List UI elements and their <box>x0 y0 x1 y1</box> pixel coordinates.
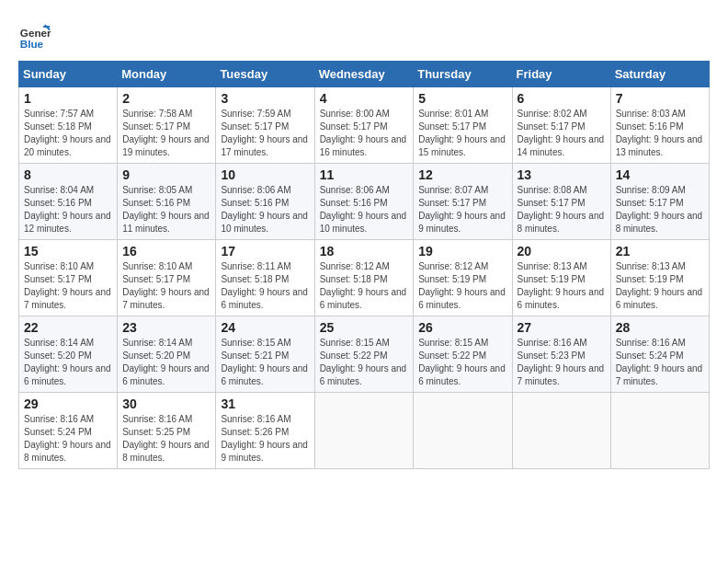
day-info: Sunrise: 8:16 AMSunset: 5:24 PMDaylight:… <box>24 413 112 465</box>
calendar-cell: 24Sunrise: 8:15 AMSunset: 5:21 PMDayligh… <box>216 316 314 393</box>
day-info: Sunrise: 8:01 AMSunset: 5:17 PMDaylight:… <box>418 108 506 159</box>
calendar-cell: 21Sunrise: 8:13 AMSunset: 5:19 PMDayligh… <box>610 240 709 316</box>
day-info: Sunrise: 8:11 AMSunset: 5:18 PMDaylight:… <box>221 260 309 312</box>
weekday-header: Friday <box>512 62 610 87</box>
calendar-cell: 6Sunrise: 8:02 AMSunset: 5:17 PMDaylight… <box>512 87 610 164</box>
day-info: Sunrise: 8:15 AMSunset: 5:22 PMDaylight:… <box>320 337 409 388</box>
page-header: General Blue <box>18 18 710 52</box>
day-info: Sunrise: 8:14 AMSunset: 5:20 PMDaylight:… <box>122 337 210 388</box>
day-info: Sunrise: 8:15 AMSunset: 5:22 PMDaylight:… <box>418 337 506 388</box>
calendar-cell: 30Sunrise: 8:16 AMSunset: 5:25 PMDayligh… <box>118 393 216 469</box>
calendar-cell: 4Sunrise: 8:00 AMSunset: 5:17 PMDaylight… <box>314 87 414 164</box>
calendar-cell: 2Sunrise: 7:58 AMSunset: 5:17 PMDaylight… <box>118 87 216 164</box>
day-info: Sunrise: 8:16 AMSunset: 5:23 PMDaylight:… <box>518 337 606 388</box>
calendar-week-row: 8Sunrise: 8:04 AMSunset: 5:16 PMDaylight… <box>19 164 710 240</box>
day-info: Sunrise: 8:14 AMSunset: 5:20 PMDaylight:… <box>24 337 112 388</box>
calendar-cell <box>610 393 709 469</box>
calendar-body: 1Sunrise: 7:57 AMSunset: 5:18 PMDaylight… <box>19 87 710 469</box>
day-number: 4 <box>320 91 409 106</box>
calendar-cell: 25Sunrise: 8:15 AMSunset: 5:22 PMDayligh… <box>314 316 414 393</box>
day-info: Sunrise: 8:13 AMSunset: 5:19 PMDaylight:… <box>616 260 704 312</box>
calendar-cell: 29Sunrise: 8:16 AMSunset: 5:24 PMDayligh… <box>19 393 118 469</box>
day-number: 22 <box>24 320 112 335</box>
day-info: Sunrise: 7:57 AMSunset: 5:18 PMDaylight:… <box>24 108 112 159</box>
day-number: 3 <box>221 91 309 106</box>
day-number: 2 <box>122 91 210 106</box>
calendar-cell: 13Sunrise: 8:08 AMSunset: 5:17 PMDayligh… <box>512 164 610 240</box>
calendar-cell: 7Sunrise: 8:03 AMSunset: 5:16 PMDaylight… <box>610 87 709 164</box>
day-number: 13 <box>518 167 606 182</box>
day-info: Sunrise: 8:02 AMSunset: 5:17 PMDaylight:… <box>518 108 606 159</box>
calendar-cell: 12Sunrise: 8:07 AMSunset: 5:17 PMDayligh… <box>414 164 512 240</box>
calendar-cell: 14Sunrise: 8:09 AMSunset: 5:17 PMDayligh… <box>610 164 709 240</box>
calendar-cell: 28Sunrise: 8:16 AMSunset: 5:24 PMDayligh… <box>610 316 709 393</box>
day-number: 25 <box>320 320 409 335</box>
day-info: Sunrise: 8:08 AMSunset: 5:17 PMDaylight:… <box>518 184 606 236</box>
calendar-cell: 23Sunrise: 8:14 AMSunset: 5:20 PMDayligh… <box>118 316 216 393</box>
calendar-cell: 8Sunrise: 8:04 AMSunset: 5:16 PMDaylight… <box>19 164 118 240</box>
day-number: 17 <box>221 244 309 259</box>
day-info: Sunrise: 8:07 AMSunset: 5:17 PMDaylight:… <box>418 184 506 236</box>
calendar-cell <box>414 393 512 469</box>
weekday-header: Monday <box>118 62 216 87</box>
day-info: Sunrise: 8:04 AMSunset: 5:16 PMDaylight:… <box>24 184 112 236</box>
day-number: 6 <box>518 91 606 106</box>
weekday-header: Tuesday <box>216 62 314 87</box>
day-number: 20 <box>518 244 606 259</box>
calendar-cell <box>512 393 610 469</box>
day-info: Sunrise: 8:09 AMSunset: 5:17 PMDaylight:… <box>616 184 704 236</box>
calendar-cell: 15Sunrise: 8:10 AMSunset: 5:17 PMDayligh… <box>19 240 118 316</box>
day-number: 9 <box>122 167 210 182</box>
calendar-cell: 17Sunrise: 8:11 AMSunset: 5:18 PMDayligh… <box>216 240 314 316</box>
day-info: Sunrise: 8:05 AMSunset: 5:16 PMDaylight:… <box>122 184 210 236</box>
day-info: Sunrise: 8:06 AMSunset: 5:16 PMDaylight:… <box>320 184 409 236</box>
calendar-cell: 1Sunrise: 7:57 AMSunset: 5:18 PMDaylight… <box>19 87 118 164</box>
weekday-header: Thursday <box>414 62 512 87</box>
weekday-header: Wednesday <box>314 62 414 87</box>
day-info: Sunrise: 8:13 AMSunset: 5:19 PMDaylight:… <box>518 260 606 312</box>
day-info: Sunrise: 8:16 AMSunset: 5:25 PMDaylight:… <box>122 413 210 465</box>
calendar-table: SundayMondayTuesdayWednesdayThursdayFrid… <box>18 61 710 469</box>
day-number: 31 <box>221 396 309 411</box>
day-number: 5 <box>418 91 506 106</box>
day-number: 30 <box>122 396 210 411</box>
calendar-week-row: 22Sunrise: 8:14 AMSunset: 5:20 PMDayligh… <box>19 316 710 393</box>
calendar-cell: 9Sunrise: 8:05 AMSunset: 5:16 PMDaylight… <box>118 164 216 240</box>
calendar-cell: 26Sunrise: 8:15 AMSunset: 5:22 PMDayligh… <box>414 316 512 393</box>
day-number: 10 <box>221 167 309 182</box>
svg-text:Blue: Blue <box>20 38 44 50</box>
calendar-cell: 31Sunrise: 8:16 AMSunset: 5:26 PMDayligh… <box>216 393 314 469</box>
day-info: Sunrise: 7:58 AMSunset: 5:17 PMDaylight:… <box>122 108 210 159</box>
day-number: 8 <box>24 167 112 182</box>
day-number: 29 <box>24 396 112 411</box>
calendar-header-row: SundayMondayTuesdayWednesdayThursdayFrid… <box>19 62 710 87</box>
calendar-cell: 11Sunrise: 8:06 AMSunset: 5:16 PMDayligh… <box>314 164 414 240</box>
logo: General Blue <box>18 18 57 52</box>
day-info: Sunrise: 8:15 AMSunset: 5:21 PMDaylight:… <box>221 337 309 388</box>
calendar-cell: 10Sunrise: 8:06 AMSunset: 5:16 PMDayligh… <box>216 164 314 240</box>
day-number: 11 <box>320 167 409 182</box>
weekday-header: Saturday <box>610 62 709 87</box>
day-info: Sunrise: 8:12 AMSunset: 5:18 PMDaylight:… <box>320 260 409 312</box>
day-info: Sunrise: 7:59 AMSunset: 5:17 PMDaylight:… <box>221 108 309 159</box>
day-number: 14 <box>616 167 704 182</box>
day-info: Sunrise: 8:00 AMSunset: 5:17 PMDaylight:… <box>320 108 409 159</box>
calendar-cell: 16Sunrise: 8:10 AMSunset: 5:17 PMDayligh… <box>118 240 216 316</box>
day-number: 24 <box>221 320 309 335</box>
day-info: Sunrise: 8:10 AMSunset: 5:17 PMDaylight:… <box>24 260 112 312</box>
calendar-cell: 20Sunrise: 8:13 AMSunset: 5:19 PMDayligh… <box>512 240 610 316</box>
calendar-cell: 18Sunrise: 8:12 AMSunset: 5:18 PMDayligh… <box>314 240 414 316</box>
day-info: Sunrise: 8:12 AMSunset: 5:19 PMDaylight:… <box>418 260 506 312</box>
calendar-cell: 3Sunrise: 7:59 AMSunset: 5:17 PMDaylight… <box>216 87 314 164</box>
day-info: Sunrise: 8:06 AMSunset: 5:16 PMDaylight:… <box>221 184 309 236</box>
day-number: 12 <box>418 167 506 182</box>
day-number: 28 <box>616 320 704 335</box>
day-info: Sunrise: 8:16 AMSunset: 5:24 PMDaylight:… <box>616 337 704 388</box>
day-number: 19 <box>418 244 506 259</box>
day-info: Sunrise: 8:10 AMSunset: 5:17 PMDaylight:… <box>122 260 210 312</box>
day-number: 7 <box>616 91 704 106</box>
calendar-cell: 22Sunrise: 8:14 AMSunset: 5:20 PMDayligh… <box>19 316 118 393</box>
calendar-cell <box>314 393 414 469</box>
day-number: 15 <box>24 244 112 259</box>
day-number: 16 <box>122 244 210 259</box>
